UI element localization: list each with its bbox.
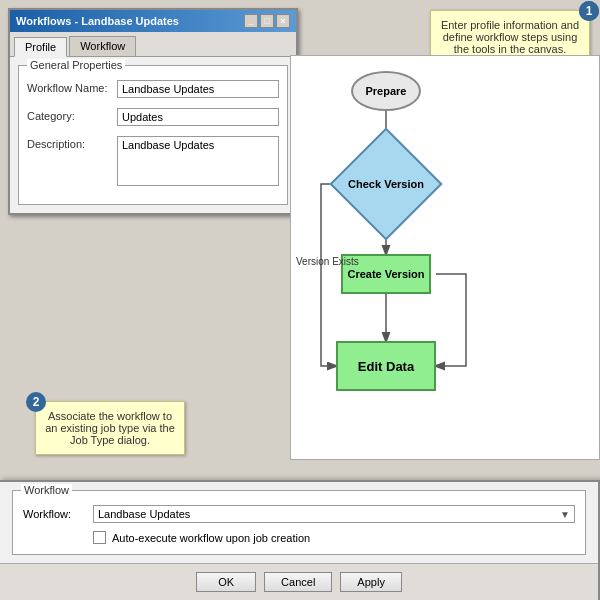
workflow-name-input[interactable] bbox=[117, 80, 279, 98]
description-row: Description: Landbase Updates bbox=[27, 136, 279, 186]
cancel-button[interactable]: Cancel bbox=[264, 572, 332, 592]
workflow-group: Workflow Workflow: Landbase Updates ▼ Au… bbox=[12, 490, 586, 555]
edit-data-shape: Edit Data bbox=[336, 341, 436, 391]
category-row: Category: bbox=[27, 108, 279, 126]
auto-execute-checkbox[interactable] bbox=[93, 531, 106, 544]
callout-2-text: Associate the workflow to an existing jo… bbox=[45, 410, 175, 446]
version-exists-label: Version Exists bbox=[296, 256, 359, 267]
tab-workflow[interactable]: Workflow bbox=[69, 36, 136, 56]
bottom-dialog: Workflow Workflow: Landbase Updates ▼ Au… bbox=[0, 480, 600, 600]
workflow-name-label: Workflow Name: bbox=[27, 80, 117, 94]
titlebar-buttons: _ □ × bbox=[244, 14, 290, 28]
create-version-label: Create Version bbox=[347, 268, 424, 280]
workflow-field-label: Workflow: bbox=[23, 508, 93, 520]
category-label: Category: bbox=[27, 108, 117, 122]
maximize-button[interactable]: □ bbox=[260, 14, 274, 28]
workflow-select-value: Landbase Updates bbox=[98, 508, 560, 520]
auto-execute-label: Auto-execute workflow upon job creation bbox=[112, 532, 310, 544]
prepare-shape: Prepare bbox=[351, 71, 421, 111]
button-bar: OK Cancel Apply bbox=[0, 563, 598, 600]
auto-execute-row: Auto-execute workflow upon job creation bbox=[23, 531, 575, 544]
tab-profile[interactable]: Profile bbox=[14, 37, 67, 57]
callout-2: 2 Associate the workflow to an existing … bbox=[35, 401, 185, 455]
prepare-label: Prepare bbox=[366, 85, 407, 97]
edit-data-label: Edit Data bbox=[358, 359, 414, 374]
category-input[interactable] bbox=[117, 108, 279, 126]
description-label: Description: bbox=[27, 136, 117, 150]
dialog-title: Workflows - Landbase Updates bbox=[16, 15, 179, 27]
badge-2: 2 bbox=[26, 392, 46, 412]
workflow-select[interactable]: Landbase Updates ▼ bbox=[93, 505, 575, 523]
check-version-label: Check Version bbox=[346, 144, 426, 224]
workflow-name-row: Workflow Name: bbox=[27, 80, 279, 98]
check-version-wrapper: Check Version bbox=[346, 144, 426, 224]
minimize-button[interactable]: _ bbox=[244, 14, 258, 28]
badge-1: 1 bbox=[579, 1, 599, 21]
dropdown-arrow-icon: ▼ bbox=[560, 509, 570, 520]
close-button[interactable]: × bbox=[276, 14, 290, 28]
callout-1-text: Enter profile information and define wor… bbox=[441, 19, 579, 55]
description-input[interactable]: Landbase Updates bbox=[117, 136, 279, 186]
ok-button[interactable]: OK bbox=[196, 572, 256, 592]
tabs-bar: Profile Workflow bbox=[10, 32, 296, 57]
main-dialog: Workflows - Landbase Updates _ □ × Profi… bbox=[8, 8, 298, 215]
canvas-area: Prepare Check Version Create Version Edi… bbox=[290, 55, 600, 460]
general-properties-group: General Properties Workflow Name: Catego… bbox=[18, 65, 288, 205]
workflow-group-label: Workflow bbox=[21, 484, 72, 496]
flow-container: Prepare Check Version Create Version Edi… bbox=[291, 56, 599, 459]
apply-button[interactable]: Apply bbox=[340, 572, 402, 592]
dialog-titlebar: Workflows - Landbase Updates _ □ × bbox=[10, 10, 296, 32]
workflow-row: Workflow: Landbase Updates ▼ bbox=[23, 505, 575, 523]
group-label: General Properties bbox=[27, 59, 125, 71]
